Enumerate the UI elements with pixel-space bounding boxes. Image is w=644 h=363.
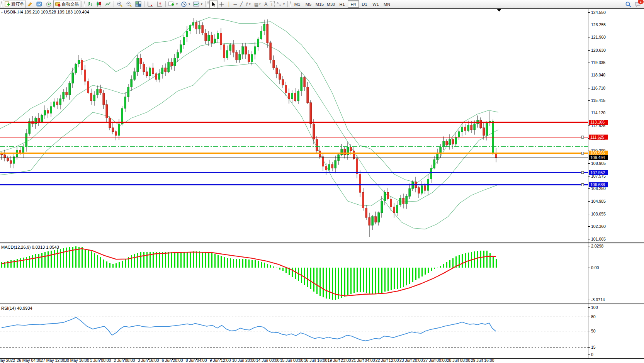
candle-body xyxy=(192,22,194,25)
search-icon-button[interactable] xyxy=(624,0,633,8)
zoom-in-icon xyxy=(117,1,123,7)
metaeditor-button[interactable] xyxy=(25,0,35,8)
crosshair-button[interactable] xyxy=(217,0,226,8)
strategy-tester-button[interactable] xyxy=(35,0,44,8)
candle-body xyxy=(446,141,448,145)
chart-shift-button[interactable] xyxy=(155,0,164,8)
candlestick-chart-button[interactable] xyxy=(95,0,104,8)
candle-body xyxy=(186,31,188,37)
label-tool-button[interactable]: T xyxy=(269,1,275,7)
toolbar-separator xyxy=(287,1,288,7)
chart-surface[interactable]: 124.550123.255121.960120.630119.335118.0… xyxy=(0,0,644,363)
line-handle xyxy=(581,136,584,138)
macd-hist-bar xyxy=(258,261,259,268)
trendline-button[interactable]: ╱ xyxy=(238,0,244,8)
new-order-button[interactable]: 新订单 xyxy=(3,0,25,8)
candle-body xyxy=(406,196,408,204)
candle-body xyxy=(328,165,330,170)
macd-hist-bar xyxy=(239,259,240,268)
time-label: 6 Jun 20:00 xyxy=(162,358,183,363)
macd-hist-bar xyxy=(292,268,293,277)
line-handle xyxy=(581,152,584,154)
signals-button[interactable] xyxy=(44,0,53,8)
text-tool-button[interactable]: A xyxy=(263,0,269,8)
zoom-out-button[interactable] xyxy=(124,0,134,8)
candlestick-chart-icon xyxy=(96,1,102,7)
chart-shift-icon xyxy=(156,1,163,7)
candle-body xyxy=(180,45,182,53)
price-tick-label: 120.630 xyxy=(591,48,606,53)
cursor-button[interactable] xyxy=(209,0,217,8)
price-axis[interactable]: 124.550123.255121.960120.630119.335118.0… xyxy=(588,10,606,241)
tile-windows-button[interactable] xyxy=(134,0,143,8)
time-label: May 2022 xyxy=(0,358,15,363)
auto-scroll-icon xyxy=(147,1,153,7)
macd-hist-bar xyxy=(146,252,148,268)
timeframe-m1-button[interactable]: M1 xyxy=(292,0,303,8)
timeframe-w1-button[interactable]: W1 xyxy=(370,0,381,8)
rsi-pane[interactable]: 1008050150 xyxy=(0,305,598,357)
time-axis[interactable]: May 202226 May 04:0027 May 12:0030 May 1… xyxy=(0,358,494,363)
hline-resistance-line-2[interactable] xyxy=(0,136,588,138)
timeframe-m30-button[interactable]: M30 xyxy=(325,0,336,8)
period-button[interactable]: ▾ xyxy=(179,0,192,8)
vertical-line-button[interactable]: │ xyxy=(226,0,232,8)
macd-hist-bar xyxy=(403,268,404,287)
templates-button[interactable]: ▾ xyxy=(192,0,204,8)
new-chart-button[interactable]: ▾ xyxy=(167,0,179,8)
macd-hist-bar xyxy=(131,255,132,268)
timeframe-m5-button[interactable]: M5 xyxy=(303,0,314,8)
search-icon xyxy=(625,1,632,8)
candle-body xyxy=(474,124,476,130)
candle-body xyxy=(437,153,438,160)
price-tick-label: 108.905 xyxy=(591,161,606,166)
hline-orange-level-line[interactable] xyxy=(0,152,588,154)
candle-body xyxy=(467,125,469,131)
equidistant-channel-button[interactable]: ⫽E xyxy=(244,0,253,8)
macd-pane[interactable]: 2.02980.00-3.0714 xyxy=(1,244,605,302)
candle-body xyxy=(384,192,386,201)
macd-hist-bar xyxy=(341,268,342,298)
macd-hist-bar xyxy=(112,264,114,268)
macd-hist-bar xyxy=(285,268,287,273)
macd-hist-bar xyxy=(103,260,104,268)
candle-body xyxy=(124,97,126,109)
candle-body xyxy=(263,24,265,31)
timeframe-h1-button[interactable]: H1 xyxy=(336,0,348,8)
candle-body xyxy=(421,186,423,193)
timeframe-mn-button[interactable]: MN xyxy=(381,0,393,8)
macd-hist-bar xyxy=(205,252,206,268)
notifications-icon-button[interactable]: 1 xyxy=(633,0,642,8)
auto-trading-button[interactable]: 自动交易 xyxy=(53,0,80,8)
auto-scroll-button[interactable] xyxy=(146,0,155,8)
fibonacci-button[interactable]: ▤F xyxy=(253,0,263,8)
candle-body xyxy=(294,93,296,101)
time-label: 28 Jun 08:00 xyxy=(447,358,471,363)
line-chart-button[interactable] xyxy=(104,0,112,8)
hline-support-line-2[interactable] xyxy=(0,184,588,186)
toolbar-right-icons: 1 xyxy=(624,0,642,8)
zoom-in-button[interactable] xyxy=(115,0,124,8)
arrows-tool-button[interactable]: ▾ xyxy=(275,0,286,8)
macd-hist-bar xyxy=(208,253,209,268)
bar-chart-button[interactable] xyxy=(86,0,95,8)
timeframe-m15-button[interactable]: M15 xyxy=(314,0,325,8)
macd-hist-bar xyxy=(428,268,429,273)
price-badge-label: 107.952 xyxy=(590,170,605,175)
macd-hist-bar xyxy=(211,253,212,268)
candle-body xyxy=(7,158,9,161)
horizontal-line-button[interactable]: ─ xyxy=(232,0,239,8)
candle-body xyxy=(131,80,133,87)
hline-support-line-1[interactable] xyxy=(0,171,588,174)
timeframe-d1-button[interactable]: D1 xyxy=(359,0,370,8)
toolbar-grip xyxy=(84,1,85,7)
label-tool-icon: T xyxy=(270,2,273,7)
macd-hist-bar xyxy=(381,268,382,293)
candle-body xyxy=(242,47,244,54)
main-toolbar: 新订单 自动交易 xyxy=(0,0,644,8)
macd-hist-bar xyxy=(221,256,222,268)
macd-hist-bar xyxy=(279,268,280,270)
zoom-out-icon xyxy=(126,1,132,7)
timeframe-h4-button[interactable]: H4 xyxy=(348,0,359,8)
macd-indicator-label: MACD(12,26,9) 0.8313 1.0543 xyxy=(1,245,59,249)
